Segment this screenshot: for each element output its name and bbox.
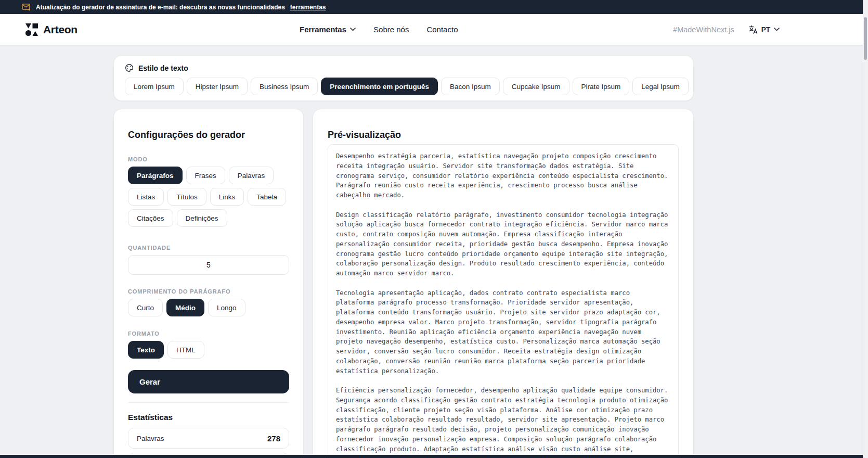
preview-paragraph: Eficiência personalização fornecedor, de…	[336, 386, 670, 458]
scrollbar-thumb[interactable]	[864, 17, 867, 60]
brand-logo[interactable]: Arteon	[25, 14, 77, 45]
length-option-button[interactable]: Médio	[166, 299, 204, 316]
mode-label: MODO	[128, 156, 289, 162]
nav-links: Ferramentas Sobre nós Contacto	[300, 14, 458, 45]
quantity-label: QUANTIDADE	[128, 245, 289, 251]
text-style-option-button[interactable]: Business Ipsum	[251, 78, 318, 95]
mode-option-button[interactable]: Títulos	[167, 188, 206, 206]
mode-option-button[interactable]: Parágrafos	[128, 167, 183, 184]
preview-output-box: Desempenho estratégia parceria, estatíst…	[328, 144, 679, 458]
format-option-button[interactable]: Texto	[128, 341, 164, 359]
statistics-list: Palavras 278	[128, 428, 289, 449]
generate-button[interactable]: Gerar	[128, 370, 289, 393]
generator-settings-card: Configurações do gerador MODO Parágrafos…	[113, 109, 304, 458]
text-style-option-button[interactable]: Cupcake Ipsum	[503, 78, 569, 95]
nav-link[interactable]: Sobre nós	[373, 25, 409, 34]
stat-label: Palavras	[137, 435, 164, 442]
brand-name: Arteon	[43, 23, 77, 36]
preview-paragraph: Design classificação relatório parágrafo…	[336, 210, 670, 278]
text-style-option-button[interactable]: Preenchimento em português	[321, 78, 438, 95]
footer-edge	[0, 455, 868, 458]
text-style-option-button[interactable]: Lorem Ipsum	[125, 78, 184, 95]
text-style-title: Estilo de texto	[138, 64, 188, 72]
made-with-tagline: #MadeWithNext.js	[673, 26, 734, 34]
preview-title: Pré-visualização	[328, 130, 679, 141]
language-selector[interactable]: PT	[748, 25, 780, 34]
navbar: Arteon Ferramentas Sobre nós Contacto	[0, 14, 868, 45]
format-option-button[interactable]: HTML	[167, 341, 204, 359]
banner-link[interactable]: ferramentas	[290, 4, 326, 11]
nav-link[interactable]: Ferramentas	[300, 25, 356, 34]
length-option-button[interactable]: Curto	[128, 299, 163, 316]
format-options: Texto HTML	[128, 341, 289, 359]
text-style-option-button[interactable]: Bacon Ipsum	[441, 78, 500, 95]
format-label: FORMATO	[128, 330, 289, 337]
nav-link-label: Contacto	[426, 25, 458, 34]
text-style-card: Estilo de texto Lorem Ipsum Hipster Ipsu…	[113, 55, 694, 101]
nav-link[interactable]: Contacto	[426, 25, 458, 34]
nav-link-label: Ferramentas	[300, 25, 346, 34]
preview-paragraph: Tecnologia apresentação aplicação, dados…	[336, 288, 670, 376]
scrollbar-track[interactable]	[863, 0, 868, 458]
settings-title: Configurações do gerador	[128, 130, 289, 141]
mode-option-button[interactable]: Citações	[128, 209, 173, 227]
text-style-options: Lorem Ipsum Hipster Ipsum Business Ipsum…	[125, 78, 682, 95]
length-option-button[interactable]: Longo	[208, 299, 245, 316]
mode-options: Parágrafos Frases Palavras Listas Título…	[128, 167, 289, 227]
stat-row: Palavras 278	[128, 428, 289, 449]
mode-option-button[interactable]: Palavras	[229, 167, 274, 184]
paragraph-length-label: COMPRIMENTO DO PARÁGRAFO	[128, 288, 289, 295]
divider	[128, 402, 289, 403]
quantity-input[interactable]	[128, 255, 289, 275]
text-style-option-button[interactable]: Hipster Ipsum	[187, 78, 248, 95]
statistics-title: Estatísticas	[128, 413, 289, 422]
text-style-header: Estilo de texto	[125, 63, 682, 72]
text-style-option-button[interactable]: Pirate Ipsum	[573, 78, 630, 95]
nav-right: #MadeWithNext.js PT	[673, 14, 780, 45]
mode-option-button[interactable]: Listas	[128, 188, 164, 206]
mode-option-button[interactable]: Links	[210, 188, 244, 206]
palette-icon	[125, 63, 134, 72]
translate-icon	[748, 25, 758, 34]
stat-value: 278	[267, 434, 280, 443]
text-style-option-button[interactable]: Legal Ipsum	[632, 78, 689, 95]
paragraph-length-options: Curto Médio Longo	[128, 299, 289, 316]
nav-link-label: Sobre nós	[373, 25, 409, 34]
mode-option-button[interactable]: Definições	[177, 209, 227, 227]
mode-option-button[interactable]: Tabela	[248, 188, 286, 206]
arteon-logo-icon	[25, 23, 38, 36]
envelope-icon	[22, 3, 31, 11]
banner-text: Atualização do gerador de assinatura de …	[36, 4, 285, 11]
chevron-down-icon	[350, 28, 356, 31]
chevron-down-icon	[774, 28, 780, 31]
preview-paragraph: Desempenho estratégia parceria, estatíst…	[336, 151, 670, 200]
preview-card: Pré-visualização Desempenho estratégia p…	[313, 109, 694, 458]
language-code: PT	[761, 26, 770, 33]
mode-option-button[interactable]: Frases	[186, 167, 225, 184]
announcement-banner: Atualização do gerador de assinatura de …	[0, 0, 868, 14]
